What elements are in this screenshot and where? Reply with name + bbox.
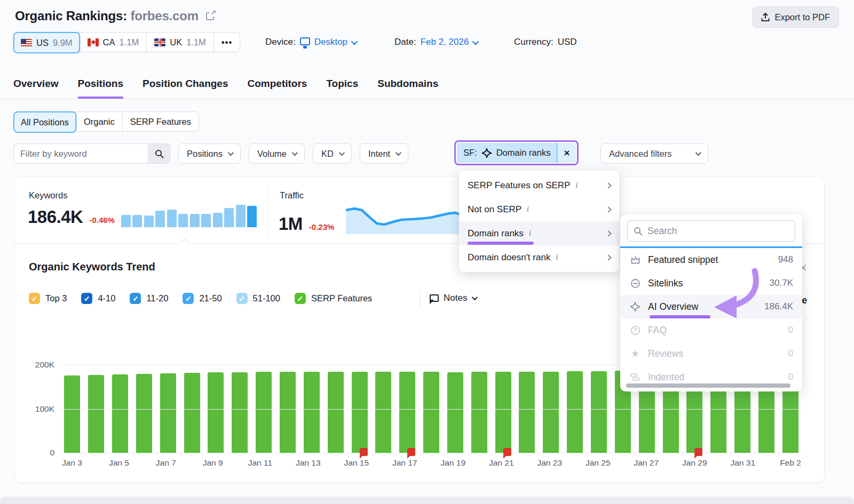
trend-bar-jan-9[interactable] [208,372,224,453]
trend-bar-jan-11[interactable] [256,372,272,453]
sf-filter-menu: SERP Features on SERPiNot on SERPiDomain… [459,171,619,272]
trend-bar-jan-7[interactable] [160,373,176,453]
tab-competitors[interactable]: Competitors [247,78,307,99]
sf-filter-chip[interactable]: SF: Domain ranks × [457,143,576,163]
checkbox-icon: ✓ [130,293,141,304]
item-count: 948 [778,254,793,265]
trend-bar-jan-12[interactable] [280,372,296,453]
horizontal-scrollbar[interactable] [626,383,790,388]
submenu-item-sitelinks[interactable]: Sitelinks30.7K [620,271,802,295]
summary-divider [267,185,268,235]
gridline [59,453,804,453]
notes-dropdown[interactable]: Notes [430,293,476,303]
legend-toggle-serp-features[interactable]: ✓SERP Features [295,293,372,304]
x-tick-label [465,458,489,468]
trend-bar-jan-14[interactable] [328,372,344,453]
trend-bar-jan-19[interactable] [447,372,463,453]
postab-all-positions[interactable]: All Positions [13,111,77,133]
x-tick-label: Jan 27 [634,458,659,468]
positions-filter-dropdown[interactable]: Positions [178,143,241,164]
device-label: Device: [265,37,296,47]
upload-icon [761,13,770,22]
device-control: Device: Desktop [265,32,356,52]
trend-bar-jan-17[interactable] [399,372,415,453]
menu-item-serp-features-on-serp[interactable]: SERP Features on SERPi [459,173,619,197]
x-tick-label: Jan 29 [682,458,707,468]
postab-serp-features[interactable]: SERP Features [123,112,199,131]
x-tick-label: Jan 25 [586,458,611,468]
organic-rankings-page: Organic Rankings: forbes.com Export to P… [0,0,854,504]
intent-filter-dropdown[interactable]: Intent [360,143,408,164]
item-count: 30.7K [770,278,793,289]
item-count: 186.4K [764,301,793,312]
keyword-search-button[interactable] [148,143,170,164]
tab-overview[interactable]: Overview [13,78,59,99]
x-tick-label: Jan 7 [154,458,178,468]
submenu-item-ai-overview[interactable]: AI Overview186.4K [620,295,802,318]
note-flag-icon[interactable] [407,448,415,456]
x-tick-label [131,458,154,468]
trend-bar-jan-24[interactable] [567,371,583,453]
postab-organic[interactable]: Organic [76,112,123,131]
trend-bar-jan-6[interactable] [136,374,152,453]
volume-filter-dropdown[interactable]: Volume [249,143,305,164]
kd-filter-dropdown[interactable]: KD [313,143,352,164]
tab-subdomains[interactable]: Subdomains [377,78,438,99]
chevron-right-icon [605,182,611,188]
menu-item-domain-ranks[interactable]: Domain ranksi [459,221,619,245]
legend-toggle-top-3[interactable]: ✓Top 3 [29,293,67,304]
tab-position-changes[interactable]: Position Changes [143,78,228,99]
menu-item-not-on-serp[interactable]: Not on SERPi [459,197,619,221]
sf-chip-close-button[interactable]: × [557,143,576,163]
trend-bar-jan-16[interactable] [375,372,391,453]
note-flag-icon[interactable] [360,448,368,456]
tab-positions[interactable]: Positions [78,78,124,99]
x-tick-label: Feb 2 [779,458,802,468]
submenu-item-reviews: ★Reviews0 [620,342,802,365]
country-tab-us[interactable]: US 9.9M [13,32,81,53]
trend-bar-jan-13[interactable] [304,372,320,453]
trend-bar-jan-23[interactable] [543,372,559,453]
keyword-filter-input[interactable] [13,143,148,164]
trend-bar-jan-8[interactable] [184,373,200,453]
note-flag-icon[interactable] [694,448,702,456]
keywords-count: 186.4K [28,207,83,227]
menu-item-domain-doesn-t-rank[interactable]: Domain doesn't ranki [459,245,619,269]
device-dropdown[interactable]: Desktop [314,37,356,47]
trend-bar-jan-18[interactable] [423,372,439,453]
trend-bar-jan-21[interactable] [495,372,511,453]
legend-toggle-4-10[interactable]: ✓4-10 [81,293,115,304]
submenu-search-input[interactable] [647,226,789,237]
trend-bar-jan-20[interactable] [471,372,487,453]
x-tick-label: Jan 5 [107,458,131,468]
trend-section-title: Organic Keywords Trend [29,261,155,273]
x-tick-label [562,458,586,468]
x-tick-label: Jan 31 [730,458,755,468]
more-countries-button[interactable]: ••• [214,33,240,52]
submenu-item-featured-snippet[interactable]: Featured snippet948 [620,248,802,271]
legend-toggle-11-20[interactable]: ✓11-20 [130,293,168,304]
x-tick-label [707,458,731,468]
legend-toggle-21-50[interactable]: ✓21-50 [183,293,222,304]
serp-feature-submenu: Featured snippet948Sitelinks30.7KAI Over… [620,214,802,391]
date-dropdown[interactable]: Feb 2, 2026 [421,37,478,47]
legend-toggle-51-100[interactable]: ✓51-100 [236,293,280,304]
export-to-pdf-button[interactable]: Export to PDF [752,6,839,28]
x-tick-label: Jan 21 [489,458,514,468]
x-tick-label: Jan 23 [537,458,562,468]
note-flag-icon[interactable] [503,448,511,456]
advanced-filters-button[interactable]: Advanced filters [600,143,708,164]
trend-bar-jan-15[interactable] [352,372,368,453]
trend-bar-jan-25[interactable] [591,371,607,453]
trend-bar-jan-5[interactable] [112,374,128,453]
country-tab-ca[interactable]: CA 1.1M [80,33,147,52]
y-tick-label: 100K [22,404,54,414]
trend-legend: ✓Top 3✓4-10✓11-20✓21-50✓51-100✓SERP Feat… [29,293,372,304]
trend-bar-jan-4[interactable] [88,375,104,453]
trend-bar-jan-3[interactable] [64,375,80,453]
country-tab-uk[interactable]: UK 1.1M [147,33,214,52]
external-link-icon[interactable] [206,12,214,20]
tab-topics[interactable]: Topics [326,78,358,99]
trend-bar-jan-10[interactable] [232,372,248,453]
trend-bar-jan-22[interactable] [519,372,535,453]
